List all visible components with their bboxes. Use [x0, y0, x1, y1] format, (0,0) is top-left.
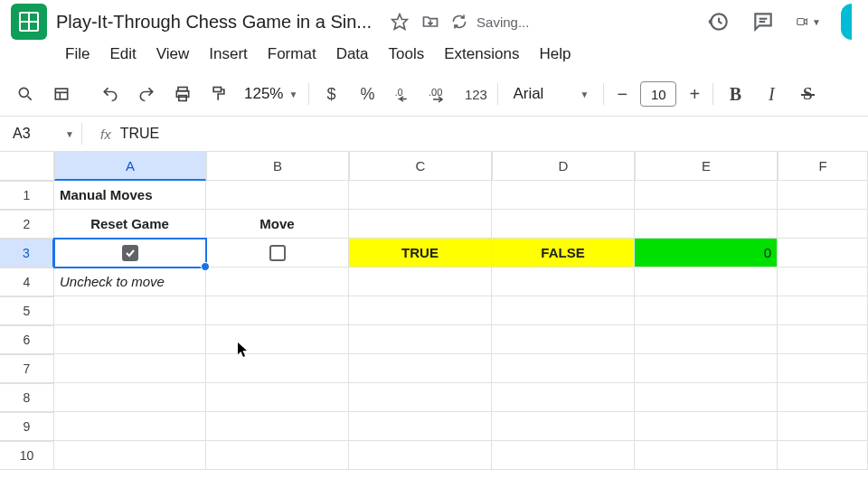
- cell-E4[interactable]: [635, 267, 778, 296]
- cell-E9[interactable]: [635, 412, 778, 441]
- row-header-3[interactable]: 3: [0, 239, 54, 267]
- cell-F4[interactable]: [778, 267, 868, 296]
- cell-E7[interactable]: [635, 354, 778, 383]
- col-header-D[interactable]: D: [492, 152, 635, 181]
- cell-E8[interactable]: [635, 383, 778, 412]
- cell-C8[interactable]: [349, 383, 492, 412]
- row-header-4[interactable]: 4: [0, 267, 54, 296]
- table-icon[interactable]: [45, 78, 78, 110]
- cell-E10[interactable]: [635, 441, 778, 470]
- cell-F3[interactable]: [778, 239, 868, 267]
- search-menus-icon[interactable]: [9, 78, 42, 110]
- menu-file[interactable]: File: [56, 42, 99, 67]
- star-icon[interactable]: [390, 12, 410, 32]
- col-header-A[interactable]: A: [54, 152, 206, 181]
- paint-format-icon[interactable]: [203, 78, 235, 110]
- cell-B6[interactable]: [206, 325, 349, 354]
- cell-D7[interactable]: [492, 354, 635, 383]
- cell-C10[interactable]: [349, 441, 492, 470]
- move-to-folder-icon[interactable]: [420, 12, 440, 32]
- cell-F7[interactable]: [778, 354, 868, 383]
- col-header-E[interactable]: E: [635, 152, 778, 181]
- checkbox-reset-game[interactable]: [122, 245, 138, 261]
- cell-C9[interactable]: [349, 412, 492, 441]
- row-header-6[interactable]: 6: [0, 325, 54, 354]
- cell-B1[interactable]: [206, 181, 349, 210]
- cell-B8[interactable]: [206, 383, 349, 412]
- row-header-7[interactable]: 7: [0, 354, 54, 383]
- cell-C7[interactable]: [349, 354, 492, 383]
- account-avatar[interactable]: [841, 4, 852, 40]
- currency-button[interactable]: $: [315, 78, 347, 110]
- decrease-decimal-icon[interactable]: .0: [387, 78, 420, 110]
- cell-C2[interactable]: [349, 210, 492, 239]
- cell-E3[interactable]: 0: [635, 239, 778, 267]
- cell-D9[interactable]: [492, 412, 635, 441]
- cell-D2[interactable]: [492, 210, 635, 239]
- col-header-C[interactable]: C: [349, 152, 492, 181]
- menu-tools[interactable]: Tools: [380, 42, 434, 67]
- cell-A3[interactable]: [54, 239, 206, 267]
- version-history-icon[interactable]: [705, 9, 731, 34]
- menu-data[interactable]: Data: [327, 42, 378, 67]
- checkbox-move[interactable]: [269, 245, 286, 261]
- cell-E5[interactable]: [635, 296, 778, 325]
- cell-D8[interactable]: [492, 383, 635, 412]
- font-size-decrease[interactable]: −: [609, 81, 635, 107]
- meet-icon[interactable]: ▼: [796, 9, 821, 34]
- redo-icon[interactable]: [130, 78, 163, 110]
- cell-D10[interactable]: [492, 441, 635, 470]
- name-box[interactable]: A3 ▼: [7, 126, 80, 142]
- row-header-9[interactable]: 9: [0, 412, 54, 441]
- cell-A1[interactable]: Manual Moves: [54, 181, 206, 210]
- cell-B4[interactable]: [206, 267, 349, 296]
- row-header-5[interactable]: 5: [0, 296, 54, 325]
- cell-C4[interactable]: [349, 267, 492, 296]
- cell-D1[interactable]: [492, 181, 635, 210]
- cell-C1[interactable]: [349, 181, 492, 210]
- menu-extensions[interactable]: Extensions: [435, 42, 528, 67]
- cell-E6[interactable]: [635, 325, 778, 354]
- cell-F5[interactable]: [778, 296, 868, 325]
- document-title[interactable]: Play-It-Through Chess Game in a Sin...: [56, 12, 372, 33]
- comments-icon[interactable]: [750, 9, 776, 34]
- cell-F6[interactable]: [778, 325, 868, 354]
- zoom-select[interactable]: 125%▼: [239, 85, 303, 103]
- cell-A7[interactable]: [54, 354, 206, 383]
- number-format-button[interactable]: 123: [459, 78, 492, 110]
- col-header-B[interactable]: B: [206, 152, 349, 181]
- select-all-corner[interactable]: [0, 152, 54, 181]
- row-header-10[interactable]: 10: [0, 441, 54, 470]
- cell-D3[interactable]: FALSE: [492, 239, 635, 267]
- cell-F2[interactable]: [778, 210, 868, 239]
- cell-F9[interactable]: [778, 412, 868, 441]
- row-header-1[interactable]: 1: [0, 181, 54, 210]
- cell-A8[interactable]: [54, 383, 206, 412]
- bold-button[interactable]: B: [719, 78, 751, 110]
- cell-E1[interactable]: [635, 181, 778, 210]
- menu-edit[interactable]: Edit: [100, 42, 145, 67]
- cell-A10[interactable]: [54, 441, 206, 470]
- cell-B10[interactable]: [206, 441, 349, 470]
- percent-button[interactable]: %: [351, 78, 383, 110]
- cell-D4[interactable]: [492, 267, 635, 296]
- font-select[interactable]: Arial▼: [504, 85, 598, 103]
- row-header-2[interactable]: 2: [0, 210, 54, 239]
- cell-B3[interactable]: [206, 239, 349, 267]
- cell-B5[interactable]: [206, 296, 349, 325]
- undo-icon[interactable]: [94, 78, 127, 110]
- cell-C3[interactable]: TRUE: [349, 239, 492, 267]
- cell-D5[interactable]: [492, 296, 635, 325]
- italic-button[interactable]: I: [755, 78, 788, 110]
- font-size-input[interactable]: 10: [640, 81, 676, 107]
- cell-D6[interactable]: [492, 325, 635, 354]
- cell-A9[interactable]: [54, 412, 206, 441]
- cell-F8[interactable]: [778, 383, 868, 412]
- menu-help[interactable]: Help: [530, 42, 580, 67]
- menu-insert[interactable]: Insert: [200, 42, 257, 67]
- spreadsheet-grid[interactable]: A B C D E F 1 Manual Moves 2 Reset Game …: [0, 152, 868, 470]
- menu-view[interactable]: View: [147, 42, 199, 67]
- cell-C6[interactable]: [349, 325, 492, 354]
- formula-bar[interactable]: TRUE: [120, 126, 160, 142]
- row-header-8[interactable]: 8: [0, 383, 54, 412]
